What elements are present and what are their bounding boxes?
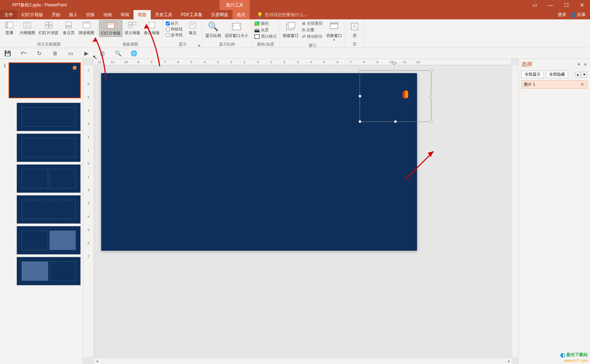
tab-developer[interactable]: 开发工具 <box>151 10 177 19</box>
document-title: PPT教程2.pptx - PowerPoint <box>0 2 79 8</box>
selection-pane-buttons: 全部显示 全部隐藏 ▲ ▼ <box>521 71 587 78</box>
tab-transitions[interactable]: 切换 <box>82 10 99 19</box>
notes-button[interactable]: 备注 <box>185 20 201 36</box>
notes-master-button[interactable]: 备注母版 <box>142 20 161 36</box>
group-label-window: 窗口 <box>281 42 343 49</box>
svg-rect-14 <box>107 23 114 28</box>
vertical-ruler[interactable]: 765432101234567 <box>83 65 94 357</box>
minimize-button[interactable]: — <box>543 0 558 10</box>
main-area: 1211109876543210123456789101112 76543210… <box>0 59 590 364</box>
arrange-all-button[interactable]: ⊞全部重排 <box>302 21 323 26</box>
tab-format[interactable]: 格式 <box>233 10 250 19</box>
zoom-button[interactable]: 🔍 显示比例 <box>204 20 223 39</box>
tab-file[interactable]: 文件 <box>0 10 17 19</box>
hide-all-button[interactable]: 全部隐藏 <box>546 71 568 78</box>
vertical-scrollbar[interactable] <box>512 65 518 357</box>
pane-close-icon[interactable]: ✕ <box>584 62 587 67</box>
normal-view-button[interactable]: 普通 <box>1 20 17 36</box>
layout-thumbnail-6[interactable] <box>17 257 81 285</box>
maximize-button[interactable]: ☐ <box>558 0 574 10</box>
qat-icon-4[interactable]: 🔍 <box>114 49 122 57</box>
resize-handle[interactable] <box>359 95 361 98</box>
color-button[interactable]: 颜色 <box>254 21 277 26</box>
save-button[interactable]: 💾 <box>4 49 11 57</box>
guides-checkbox[interactable]: 参考线 <box>166 32 183 38</box>
bw-button[interactable]: 黑白模式 <box>254 34 277 39</box>
qat-icon-1[interactable]: 🗎 <box>51 49 59 57</box>
scroll-right-button[interactable]: ▸ <box>506 358 512 364</box>
layout-thumbnail-3[interactable] <box>17 164 81 193</box>
layout-thumbnail-1[interactable] <box>17 103 81 131</box>
resize-handle[interactable] <box>430 120 432 123</box>
outline-view-button[interactable]: 大纲视图 <box>18 20 37 36</box>
notes-page-button[interactable]: 备注页 <box>61 20 76 36</box>
slide-master-canvas[interactable]: ⟳ <box>101 73 417 251</box>
grayscale-button[interactable]: 灰度 <box>254 27 277 33</box>
reading-view-button[interactable]: 阅读视图 <box>77 20 96 36</box>
ribbon-group-master-views: 幻灯片母版 讲义母版 备注母版 母版视图 <box>98 19 163 48</box>
resize-handle[interactable] <box>359 120 361 123</box>
close-button[interactable]: ✕ <box>574 0 590 10</box>
svg-rect-8 <box>45 25 48 28</box>
right-menu: 登录 👤 共享 <box>558 10 590 19</box>
rotate-handle-icon[interactable]: ⟳ <box>393 61 397 66</box>
horizontal-ruler[interactable]: 1211109876543210123456789101112 <box>94 59 511 65</box>
redo-button[interactable]: ↻ <box>35 49 43 57</box>
ribbon-options-icon[interactable]: ▭ <box>527 0 543 10</box>
slide-thumbnail-panel[interactable] <box>0 59 83 364</box>
login-link[interactable]: 登录 <box>558 12 566 18</box>
switch-window-button[interactable]: 切换窗口▾ <box>325 20 343 42</box>
tab-home[interactable]: 开始 <box>47 10 65 19</box>
tab-animations[interactable]: 动画 <box>99 10 116 19</box>
tell-me-placeholder: 告诉我您想要做什么... <box>265 12 307 18</box>
qat-icon-5[interactable]: 🌐 <box>130 49 138 57</box>
selected-image-frame[interactable]: ⟳ <box>360 70 431 122</box>
share-link[interactable]: 👤 共享 <box>571 12 586 18</box>
gridlines-checkbox[interactable]: 网格线 <box>166 27 183 32</box>
tab-review[interactable]: 审阅 <box>116 10 134 19</box>
slide-master-button[interactable]: 幻灯片母版 <box>99 20 122 37</box>
ruler-checkbox[interactable]: 标尺 <box>166 21 183 26</box>
start-slideshow-button[interactable]: ▶ <box>83 49 90 57</box>
layout-thumbnail-5[interactable] <box>17 226 81 255</box>
new-window-icon <box>285 21 296 32</box>
switch-window-icon <box>328 21 340 32</box>
horizontal-scrollbar[interactable]: ◂ ▸ <box>94 358 512 364</box>
tab-insert[interactable]: 插入 <box>65 10 82 19</box>
ribbon-group-macros: 宏 宏 <box>345 19 364 48</box>
pane-dropdown-icon[interactable]: ▼ <box>577 62 581 66</box>
move-split-button[interactable]: ⇄移动拆分 <box>302 34 323 39</box>
visibility-toggle-icon[interactable]: 👁 <box>580 82 585 87</box>
contextual-tab-title: 图片工具 <box>220 0 250 10</box>
master-slide-thumbnail[interactable] <box>9 62 81 98</box>
tab-slide-master[interactable]: 幻灯片母版 <box>17 10 47 19</box>
tab-pdf-tools[interactable]: PDF工具集 <box>177 10 207 19</box>
tab-baidu-netdisk[interactable]: 百度网盘 <box>207 10 233 19</box>
move-up-button[interactable]: ▲ <box>575 72 581 77</box>
move-down-button[interactable]: ▼ <box>581 72 587 77</box>
selection-item-picture-1[interactable]: 图片 1 👁 <box>521 80 587 89</box>
layout-thumbnail-4[interactable] <box>17 195 81 224</box>
resize-handle[interactable] <box>394 120 397 123</box>
new-window-button[interactable]: 新建窗口 <box>281 20 300 39</box>
handout-master-button[interactable]: 讲义母版 <box>123 20 142 36</box>
resize-handle[interactable] <box>394 69 397 72</box>
tab-view[interactable]: 视图 <box>134 10 151 19</box>
cascade-button[interactable]: ⧉层叠 <box>302 27 323 33</box>
tell-me-search[interactable]: 💡 告诉我您想要做什么... <box>257 10 307 19</box>
show-dialog-launcher[interactable]: ◢ <box>197 43 200 47</box>
slide-sorter-button[interactable]: 幻灯片浏览 <box>37 20 60 36</box>
fit-window-button[interactable]: 适应窗口大小 <box>223 20 250 39</box>
resize-handle[interactable] <box>430 95 432 98</box>
resize-handle[interactable] <box>359 69 361 72</box>
undo-button[interactable]: ↶ ▾ <box>19 49 27 57</box>
layout-thumbnail-2[interactable] <box>17 133 81 162</box>
group-label-master-views: 母版视图 <box>99 41 161 48</box>
show-all-button[interactable]: 全部显示 <box>521 71 544 78</box>
macros-button[interactable]: 宏 <box>347 20 362 39</box>
qat-icon-3[interactable]: ⊡ <box>98 49 106 57</box>
resize-handle[interactable] <box>430 69 432 72</box>
menu-tabs: 文件 幻灯片母版 开始 插入 切换 动画 审阅 视图 开发工具 PDF工具集 百… <box>0 10 590 19</box>
qat-icon-2[interactable]: ▭ <box>67 49 75 57</box>
scroll-left-button[interactable]: ◂ <box>94 358 100 364</box>
